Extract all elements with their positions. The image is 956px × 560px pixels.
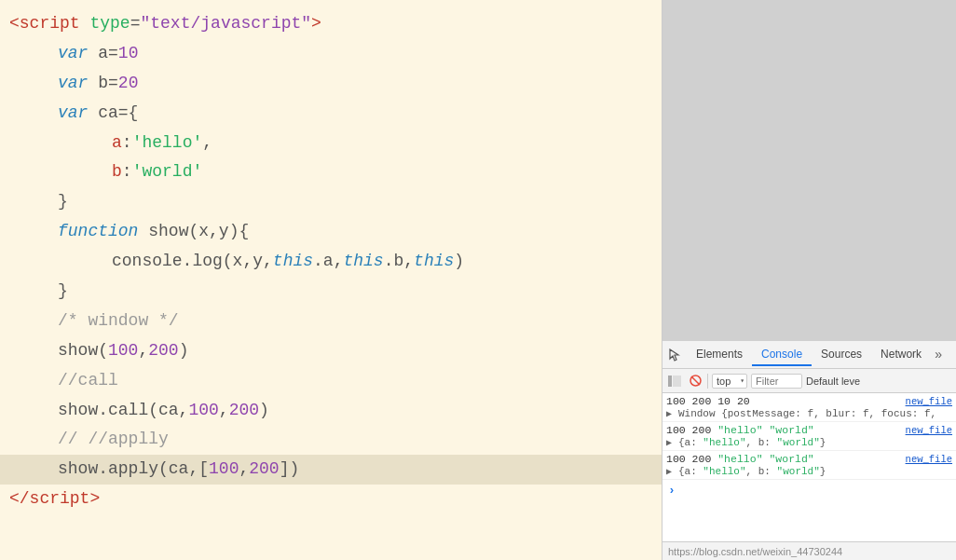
line-func-close: } (0, 277, 662, 307)
svg-line-4 (691, 376, 700, 385)
console-link-1[interactable]: new_file (906, 396, 952, 407)
line-comment-window: /* window */ (0, 307, 662, 336)
line-script-open: <script type="text/javascript"> (0, 9, 662, 39)
line-func-def: function show(x,y){ (0, 217, 662, 247)
console-output: 100 200 10 20 new_file ▶ Window {postMes… (662, 393, 956, 541)
svg-rect-2 (673, 376, 681, 387)
console-entry-3: 100 200 "hello" "world" new_file ▶ {a: "… (662, 451, 956, 480)
line-show-callmethod: show.call(ca,100,200) (0, 396, 662, 426)
console-row-3: 100 200 "hello" "world" new_file (666, 453, 952, 465)
console-val-1: 100 200 10 20 (666, 395, 750, 407)
tab-elements[interactable]: Elements (687, 344, 752, 366)
devtools-top-area (662, 0, 956, 341)
console-prompt[interactable]: › (662, 480, 956, 501)
svg-marker-0 (670, 349, 678, 361)
console-expand-2[interactable]: ▶ {a: "hello", b: "world"} (666, 436, 952, 448)
line-var-a: var a=10 (0, 39, 662, 69)
console-expand-1[interactable]: ▶ Window {postMessage: f, blur: f, focus… (666, 407, 952, 419)
console-link-2[interactable]: new_file (906, 425, 952, 436)
console-sidebar-icon[interactable] (666, 373, 683, 389)
console-clear-icon[interactable] (687, 373, 703, 389)
default-levels-label: Default leve (806, 376, 860, 387)
console-val-3: 100 200 "hello" "world" (666, 453, 814, 465)
line-ca-close: } (0, 187, 662, 217)
console-link-3[interactable]: new_file (906, 454, 952, 465)
line-comment-call: //call (0, 366, 662, 396)
inspect-icon[interactable] (666, 347, 683, 363)
console-entry-2: 100 200 "hello" "world" new_file ▶ {a: "… (662, 422, 956, 451)
line-ca-a: a:'hello', (0, 129, 662, 158)
console-entry-1: 100 200 10 20 new_file ▶ Window {postMes… (662, 393, 956, 422)
code-panel: <script type="text/javascript">var a=10v… (0, 0, 662, 560)
context-select[interactable]: top (712, 374, 747, 389)
toolbar-divider-1 (707, 374, 708, 389)
tab-sources[interactable]: Sources (812, 344, 871, 366)
console-row-2: 100 200 "hello" "world" new_file (666, 424, 952, 436)
console-val-2: 100 200 "hello" "world" (666, 424, 814, 436)
statusbar-url: https://blog.csdn.net/weixin_44730244 (668, 546, 842, 557)
devtools-statusbar: https://blog.csdn.net/weixin_44730244 (662, 541, 956, 560)
context-selector-wrapper: top ▾ (712, 374, 747, 389)
console-toolbar: top ▾ Default leve (662, 369, 956, 393)
devtools-tabs-bar: Elements Console Sources Network » (662, 341, 956, 369)
devtools-panel: Elements Console Sources Network » top ▾… (662, 0, 956, 560)
svg-rect-1 (668, 376, 672, 387)
line-consolelog: console.log(x,y,this.a,this.b,this) (0, 247, 662, 277)
console-expand-3[interactable]: ▶ {a: "hello", b: "world"} (666, 465, 952, 477)
line-ca-b: b:'world' (0, 157, 662, 187)
tab-console[interactable]: Console (752, 344, 812, 366)
filter-input[interactable] (751, 374, 802, 389)
tab-network[interactable]: Network (871, 344, 931, 366)
line-comment-apply: // //applly (0, 425, 662, 455)
devtools-more-tabs[interactable]: » (931, 348, 946, 362)
console-row-1: 100 200 10 20 new_file (666, 395, 952, 407)
line-show-apply: show.apply(ca,[100,200]) (0, 455, 662, 485)
line-script-close: </script> (0, 485, 662, 514)
line-var-ca: var ca={ (0, 99, 662, 129)
line-var-b: var b=20 (0, 69, 662, 99)
line-show-call: show(100,200) (0, 336, 662, 366)
